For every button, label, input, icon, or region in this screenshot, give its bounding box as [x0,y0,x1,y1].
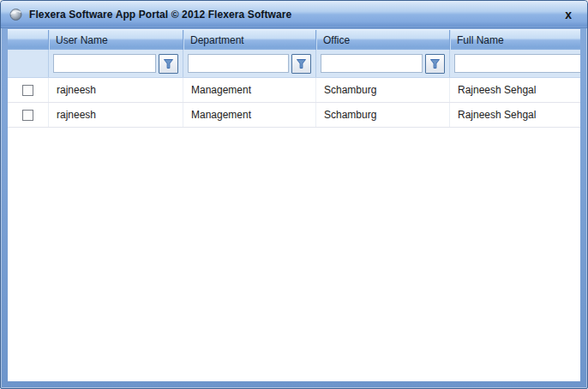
cell-full-name: Rajneesh Sehgal [449,103,580,127]
window-title: Flexera Software App Portal © 2012 Flexe… [29,9,291,21]
table-row[interactable]: rajneesh Management Schamburg Rajneesh S… [8,103,580,128]
filter-cell-select [8,50,48,77]
header-cell-office[interactable]: Office [315,30,449,50]
cell-user-name: rajneesh [48,78,183,102]
cell-office: Schamburg [315,78,449,102]
filter-input-department[interactable] [188,54,289,73]
filter-input-office[interactable] [321,54,423,73]
funnel-icon [163,58,174,69]
filter-cell-user-name [48,50,183,77]
cell-select [8,103,48,127]
filter-input-full-name[interactable] [454,54,580,73]
filter-input-user-name[interactable] [53,54,156,73]
funnel-icon [429,58,441,69]
row-checkbox[interactable] [22,85,33,96]
grid-header-row: User Name Department Office Full Name [8,29,580,50]
filter-cell-department [183,50,315,77]
header-cell-user-name[interactable]: User Name [48,30,183,50]
filter-button-department[interactable] [291,54,311,74]
cell-office: Schamburg [315,103,449,127]
filter-button-user-name[interactable] [159,54,178,74]
grid-empty-area [8,128,580,381]
cell-department: Management [183,78,315,102]
user-search-results-grid: User Name Department Office Full Name [8,29,580,381]
cell-department: Management [183,103,315,127]
cell-full-name: Rajneesh Sehgal [449,78,580,102]
dialog-window: Flexera Software App Portal © 2012 Flexe… [0,0,588,389]
table-row[interactable]: rajneesh Management Schamburg Rajneesh S… [8,78,580,103]
cell-user-name: rajneesh [48,103,183,127]
filter-button-office[interactable] [425,54,445,74]
filter-cell-full-name [449,50,580,77]
row-checkbox[interactable] [22,110,33,121]
cell-select [8,78,48,102]
app-icon [9,7,23,21]
close-button[interactable]: x [560,7,577,22]
filter-cell-office [315,50,449,77]
grid-filter-row [8,50,580,78]
header-cell-department[interactable]: Department [183,30,315,50]
header-cell-select [8,30,48,50]
titlebar[interactable]: Flexera Software App Portal © 2012 Flexe… [1,1,587,28]
header-cell-full-name[interactable]: Full Name [449,30,580,50]
funnel-icon [296,58,307,69]
